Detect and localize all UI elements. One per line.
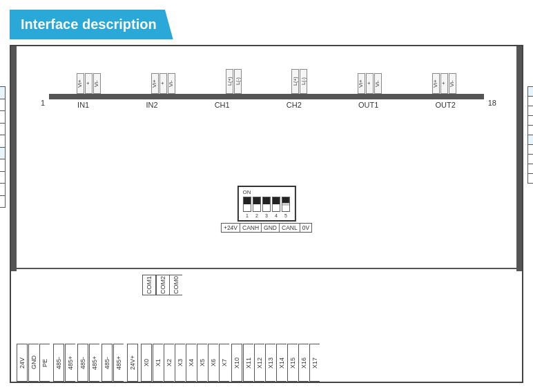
dip-sw-3 (262, 197, 271, 212)
left-label-y1: Y1 (0, 111, 6, 124)
vpin-24v-plus: 24V+ (127, 344, 138, 382)
pin-arrows-row: Vi+ + Vi- Vi+ + Vi- L(+) L(-) (49, 49, 484, 94)
vpin-x11: X11 (243, 344, 253, 382)
marker-1: 1 (41, 99, 45, 107)
bottom-com1-label: COM1 (142, 275, 156, 295)
diagram-container: COM0 Y0 Y1 Y2 Y3 COM1 Y4 Y5 Y6 Y7 COM2 Y… (10, 45, 523, 383)
in1-pins: Vi+ + Vi- (77, 73, 101, 94)
ch1-l-plus: L(+) (226, 69, 233, 94)
out2-vi-minus: Vi- (449, 73, 456, 94)
vpin-x10: X10 (231, 344, 242, 382)
left-label-y7: Y7 (0, 196, 6, 208)
vpin-gnd: GND (28, 344, 39, 382)
left-label-y0: Y0 (0, 99, 6, 112)
right-label-com2: COM2 (527, 86, 533, 97)
left-label-com0: COM0 (0, 86, 6, 99)
dip-sw-1 (243, 197, 251, 212)
left-label-y6: Y6 (0, 184, 6, 196)
vpin-x1: X1 (153, 344, 163, 382)
left-bar (11, 46, 17, 271)
out2-pins: Vi+ + Vi- (432, 73, 456, 94)
header: Interface description (10, 10, 173, 39)
right-bar (516, 46, 522, 271)
in2-vi-plus: Vi+ (151, 73, 159, 94)
left-label-group: COM0 Y0 Y1 Y2 Y3 COM1 Y4 Y5 Y6 Y7 (0, 86, 6, 208)
vpin-485m-com1: 485- (53, 344, 64, 382)
dip-on-label: ON (242, 189, 251, 195)
out1-pins: Vi+ + Vi- (358, 73, 382, 94)
bottom-com0-label: COM0 (169, 275, 182, 295)
vpin-x15: X15 (287, 344, 298, 382)
left-label-com1: COM1 (0, 148, 6, 160)
right-label-y17: Y17 (527, 174, 533, 184)
vpin-x14: X14 (276, 344, 287, 382)
in2-plus: + (159, 73, 167, 94)
ch1-pins: L(+) L(-) (226, 69, 242, 94)
vpin-485m-com2: 485- (77, 344, 88, 382)
right-label-group: COM2 Y10 Y11 Y12 Y13 COM3 Y14 Y15 Y16 Y1… (527, 86, 533, 184)
in2-vi-minus: Vi- (168, 73, 175, 94)
vpin-x12: X12 (254, 344, 264, 382)
vpin-x2: X2 (164, 344, 174, 382)
in1-vi-minus: Vi- (93, 73, 101, 94)
vpin-x6: X6 (208, 344, 218, 382)
left-label-y2: Y2 (0, 124, 6, 136)
dip-num-5: 5 (282, 213, 290, 218)
can-gnd: GND (262, 223, 280, 233)
dip-sw-2 (253, 197, 261, 212)
top-connector-bar (49, 94, 484, 99)
bottom-section: COM1 COM2 COM0 24V GND PE 485- (11, 268, 522, 382)
right-label-y10: Y10 (527, 97, 533, 106)
can-24v: +24V (221, 223, 240, 233)
can-canh: CANH (240, 223, 262, 233)
dip-num-2: 2 (253, 213, 261, 218)
vpin-x0: X0 (141, 344, 152, 382)
vpin-x3: X3 (175, 344, 185, 382)
page-title: Interface description (21, 17, 157, 32)
dip-sw-4 (272, 197, 280, 212)
right-label-y14: Y14 (527, 145, 533, 155)
marker-18: 18 (488, 99, 496, 107)
in2-pins: Vi+ + Vi- (151, 73, 175, 94)
section-ch2: CH2 (287, 101, 302, 109)
vpin-x13: X13 (265, 344, 275, 382)
out1-vi-minus: Vi- (374, 73, 382, 94)
bottom-group-labels: COM1 COM2 COM0 (142, 275, 182, 295)
bottom-border-line (11, 268, 522, 269)
can-0v: 0V (300, 223, 312, 233)
can-bus-labels: +24V CANH GND CANL 0V (221, 223, 312, 233)
in1-vi-plus: Vi+ (77, 73, 84, 94)
section-in1: IN1 (77, 101, 89, 109)
left-label-y3: Y3 (0, 135, 6, 148)
right-label-y11: Y11 (527, 106, 533, 116)
dip-switches-container (243, 197, 290, 212)
out1-vi-plus: Vi+ (358, 73, 365, 94)
section-out2: OUT2 (436, 101, 456, 109)
out2-plus: + (440, 73, 448, 94)
dip-num-1: 1 (243, 213, 251, 218)
right-label-com3: COM3 (527, 135, 533, 145)
vpin-485p-com1: 485+ (65, 344, 75, 382)
dip-sw-5 (282, 197, 290, 212)
dip-switch-component: ON (221, 184, 312, 233)
vpin-x16: X16 (298, 344, 309, 382)
vpin-24v: 24V (17, 344, 28, 382)
right-label-y12: Y12 (527, 116, 533, 126)
ch2-l-plus: L(+) (291, 69, 299, 94)
out1-plus: + (366, 73, 374, 94)
in1-plus: + (85, 73, 93, 94)
vpin-x17: X17 (309, 344, 320, 382)
ch2-l-minus: L(-) (300, 69, 307, 94)
section-ch1: CH1 (215, 101, 230, 109)
dip-num-3: 3 (262, 213, 271, 218)
vpin-485m-com0: 485- (101, 344, 113, 382)
vpin-x7: X7 (219, 344, 229, 382)
vpin-485p-com2: 485+ (89, 344, 99, 382)
bottom-com2-label: COM2 (156, 275, 169, 295)
left-label-y5: Y5 (0, 172, 6, 184)
left-label-y4: Y4 (0, 159, 6, 172)
can-canl: CANL (280, 223, 300, 233)
right-label-y13: Y13 (527, 126, 533, 135)
dip-switch-body: ON (237, 186, 295, 222)
ch2-pins: L(+) L(-) (291, 69, 307, 94)
